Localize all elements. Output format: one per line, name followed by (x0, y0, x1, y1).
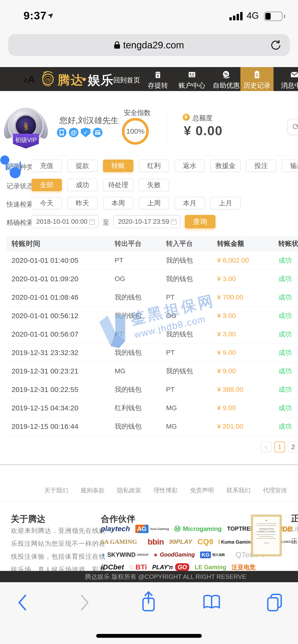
filter-option-button[interactable]: 救援金 (210, 160, 241, 172)
filter-option-button[interactable]: 本周 (103, 197, 133, 210)
search-button[interactable]: 查询 (185, 215, 215, 228)
nav-account-center[interactable]: 账户中心 (176, 67, 208, 91)
reader-mode-button[interactable]: AA (24, 74, 35, 85)
footer-link[interactable]: 关于我们 (44, 486, 68, 494)
cell-from-platform: 我的钱包 (115, 348, 166, 357)
table-row: 2020-01-01 01:40:05PT我的钱包¥ 6,002.00成功 (7, 251, 298, 270)
cell-from-platform: MG (115, 367, 166, 375)
filter-option-button[interactable]: 投注 (246, 160, 276, 172)
cell-status: 成功 (278, 274, 298, 284)
vip-level-label: 初级VIP (15, 136, 37, 144)
back-to-home-link[interactable]: 回到首页 (113, 76, 140, 85)
cell-to-platform: MG (166, 404, 217, 412)
logo-text-white: 娱乐 (88, 72, 114, 89)
total-balance-label: 总额度 (192, 114, 213, 123)
table-row: 2020-01-01 01:09:20OG我的钱包¥ 3.00成功 (7, 270, 298, 288)
cell-time: 2020-01-01 01:08:46 (12, 293, 115, 302)
tabs-button[interactable] (266, 593, 283, 612)
date-to-input[interactable]: 2020-10-17 23:59 (113, 215, 181, 228)
filter-option-button[interactable]: 上月 (210, 197, 241, 210)
bank-card-icon[interactable] (93, 128, 102, 137)
status-time: 9:37 (24, 9, 47, 22)
quick-search-label: 快速检索 (7, 200, 33, 209)
col-header-in: 转入平台 (166, 239, 217, 248)
filter-option-button[interactable]: 失败 (139, 179, 169, 191)
share-button[interactable] (140, 590, 157, 614)
date-from-input[interactable]: 2018-10-01 00:00 (32, 215, 99, 228)
filter-option-button[interactable]: 待处理 (103, 179, 133, 191)
table-header: 转账时间 转出平台 转入平台 转账金额 转账状态 (7, 236, 298, 251)
copyright-bar: 腾达娱乐 版权所有 @COPYRIGHT ALL RIGHT RESERVE (0, 571, 298, 582)
cell-to-platform: 我的钱包 (166, 330, 217, 339)
reload-button[interactable] (270, 39, 281, 51)
selection-handle-end[interactable] (10, 167, 21, 178)
cell-from-platform: PT (115, 330, 166, 338)
shield-check-icon[interactable]: ✓ (81, 128, 90, 137)
nav-deposit-transfer[interactable]: ¥ 存提转 (142, 67, 174, 91)
filter-option-button[interactable]: 提款 (67, 160, 98, 172)
selection-handle-start[interactable] (0, 156, 9, 164)
about-title: 关于腾达 (11, 513, 45, 525)
col-header-out: 转出平台 (115, 239, 166, 248)
pagination-prev-button[interactable]: ‹ (261, 442, 272, 452)
cell-status: 成功 (278, 256, 298, 265)
partner-logo: 泛亚电竞 (232, 563, 255, 571)
cell-amount: ¥ 388.00 (217, 386, 278, 394)
filter-option-button[interactable]: 上周 (139, 197, 169, 210)
nav-history-active[interactable]: 历史记录 (240, 67, 273, 91)
battery-level (265, 13, 271, 20)
signal-bar-icon (237, 14, 239, 20)
col-header-time: 转账时间 (12, 239, 115, 249)
cell-amount: ¥ 201.00 (217, 422, 278, 430)
safari-top-chrome: 9:37 ➤ 4G AA tengda29.com (0, 0, 298, 67)
filter-option-button[interactable]: 成功 (67, 179, 98, 191)
filter-option-button[interactable]: 红利 (139, 160, 169, 172)
footer-link[interactable]: 隐私政策 (117, 486, 141, 494)
address-bar[interactable]: AA tengda29.com (8, 34, 290, 56)
bookmarks-button[interactable] (202, 594, 221, 611)
cell-time: 2020-01-01 01:09:20 (12, 275, 115, 283)
phone-verified-icon[interactable] (57, 128, 66, 137)
email-verified-icon[interactable]: @ (69, 128, 78, 137)
cell-to-platform: 我的钱包 (166, 366, 217, 376)
forward-button[interactable] (78, 594, 91, 612)
filter-option-button[interactable]: 充值 (32, 160, 62, 172)
table-row: 2020-01-01 00:56:07PT我的钱包¥ 3.00成功 (7, 325, 298, 344)
nav-self-promo[interactable]: % 自助优惠 (211, 67, 242, 91)
webpage: TD 腾达 娱乐 回到首页 ¥ 存提转 账户中心 (0, 67, 298, 582)
footer-link[interactable]: 规则条款 (81, 486, 105, 494)
footer-link[interactable]: 联系我们 (226, 486, 250, 494)
cell-to-platform: PT (166, 294, 217, 301)
genuine-title: 正版 (291, 513, 298, 524)
filter-option-button[interactable]: 输赢 (282, 160, 298, 172)
pagination-page-1[interactable]: 1 (274, 442, 285, 452)
partner-logo: 99PLAY (169, 538, 192, 546)
footer-link[interactable]: 免责声明 (190, 486, 214, 494)
partner-logo: iDCbet (101, 563, 124, 571)
filter-option-button[interactable]: 本月 (175, 197, 205, 210)
cell-time: 2019-12-31 00:22:55 (12, 386, 115, 394)
table-row: 2019-12-15 04:34:20红利钱包MG¥ 9.00成功 (7, 399, 298, 417)
filter-option-button[interactable]: 全部 (32, 179, 62, 191)
precise-search-label: 精确检索 (7, 218, 33, 227)
filter-option-button[interactable]: 昨天 (67, 197, 98, 210)
svg-text:%: % (224, 72, 228, 76)
table-body: 2020-01-01 01:40:05PT我的钱包¥ 6,002.00成功202… (7, 251, 298, 436)
col-header-status: 转账状态 (278, 239, 298, 248)
footer-link[interactable]: 代理宣传 (263, 486, 287, 494)
back-button[interactable] (16, 594, 29, 612)
table-row: 2019-12-15 00:16:44我的钱包MG¥ 201.00成功 (7, 417, 298, 436)
filter-option-button[interactable]: 返水 (175, 160, 205, 172)
filter-option-button[interactable]: 转账 (103, 160, 133, 172)
url-text: tengda29.com (123, 40, 184, 50)
nav-message-center[interactable]: 消息中心 (279, 67, 298, 91)
coin-icon: ¥ (183, 114, 190, 121)
signal-bar-icon (229, 17, 232, 20)
refresh-balance-button[interactable]: ⟳ (287, 118, 298, 135)
location-arrow-icon: ➤ (45, 10, 56, 20)
pagination-page-2[interactable]: 2 (288, 442, 298, 452)
partner-logo: PLAY'nGO (152, 563, 189, 571)
footer-link[interactable]: 理性博彩 (154, 486, 178, 494)
home-indicator[interactable] (96, 634, 202, 638)
filter-option-button[interactable]: 今天 (32, 197, 62, 210)
